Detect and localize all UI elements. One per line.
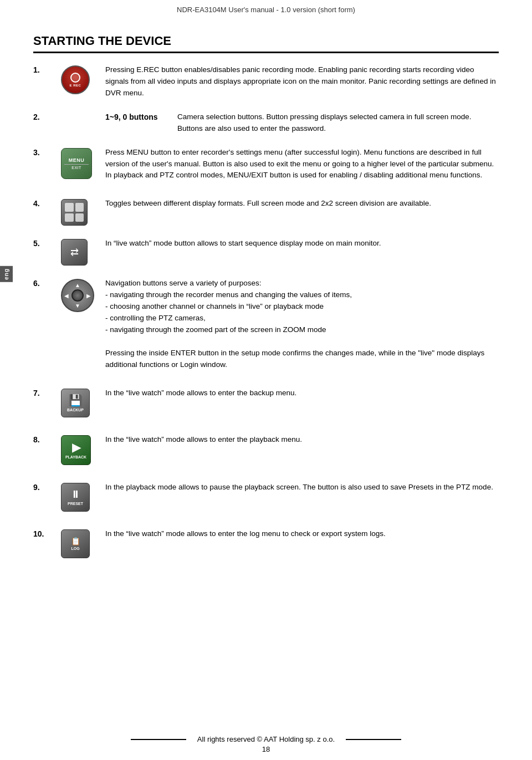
item-row-10: 10. 📋 LOG In the “live watch” mode allow… [33,528,499,558]
nav-line-3: - controlling the PTZ cameras, [105,314,206,322]
item-icon-5: ⇄ [61,238,105,266]
item-row-5: 5. ⇄ In “live watch” mode button allows … [33,238,499,266]
item-num-4: 4. [33,198,61,208]
nav-line-1: - navigating through the recorder menus … [105,290,352,299]
nav-up-arrow: ▲ [75,282,80,288]
title-rule [33,52,499,53]
item-icon-9: ⏸ PRESET [61,482,105,512]
exit-label: EXIT [71,166,81,170]
footer-rule-right [346,739,401,740]
item-row-4: 4. Toggles between different display for… [33,198,499,226]
page-number: 18 [0,745,532,753]
item-row-7: 7. 💾 BACKUP In the “live watch” mode all… [33,387,499,417]
item-icon-4 [61,198,105,226]
item-text-10: In the “live watch” mode allows to enter… [105,528,499,540]
section-title: STARTING THE DEVICE [33,34,499,48]
log-sym: 📋 [71,537,80,545]
backup-label: BACKUP [67,408,84,412]
page-header: NDR-EA3104M User's manual - 1.0 version … [0,0,532,17]
playback-sym: ▶ [72,441,80,454]
item-text-6: Navigation buttons serve a variety of pu… [105,278,499,370]
preset-label: PRESET [68,502,83,506]
item-num-8: 8. [33,434,61,444]
item-text-5: In “live watch” mode button allows to st… [105,238,499,249]
grid-cell-2 [75,203,84,212]
playback-icon: ▶ PLAYBACK [61,435,91,465]
nav-icon: ▲ ▼ ◀ ▶ [61,279,94,312]
nav-left-arrow: ◀ [64,293,69,299]
grid-cell-3 [65,213,74,222]
erec-inner [70,73,80,83]
item-text-3: Press MENU button to enter recorder's se… [105,147,499,182]
nav-enter-btn [71,289,84,302]
preset-sym: ⏸ [70,489,80,501]
erec-label: E REC [70,84,81,87]
backup-sym: 💾 [69,394,83,407]
item-text-8: In the “live watch” mode allows to enter… [105,434,499,446]
item-row-1: 1. E REC Pressing E.REC button enables/d… [33,64,499,99]
item-label-2: 1~9, 0 buttons [105,111,177,121]
menu-exit-icon: MENU EXIT [61,148,92,179]
backup-icon: 💾 BACKUP [61,389,90,417]
item-icon-1: E REC [61,64,105,94]
item-num-10: 10. [33,528,61,538]
footer-rule-left [131,739,186,740]
item-row-6: 6. ▲ ▼ ◀ ▶ Navigation buttons serve a va… [33,278,499,370]
nav-line-2: - choosing another channel or channels i… [105,302,324,310]
item-icon-8: ▶ PLAYBACK [61,434,105,465]
item-icon-6: ▲ ▼ ◀ ▶ [61,278,105,312]
erec-icon: E REC [61,65,90,94]
item-text-9: In the playback mode allows to pause the… [105,482,499,493]
item-text-2: Camera selection buttons. Button pressin… [177,111,499,135]
item-row-3: 3. MENU EXIT Press MENU button to enter … [33,147,499,182]
item-num-9: 9. [33,482,61,492]
log-icon: 📋 LOG [61,529,90,558]
menu-label: MENU [69,157,85,163]
eng-tab: eng [0,266,13,282]
item-icon-2 [61,111,105,113]
item-text-1: Pressing E.REC button enables/disables p… [105,64,499,99]
item-text-7: In the “live watch” mode allows to enter… [105,387,499,399]
playback-label: PLAYBACK [65,455,86,459]
grid-icon [61,199,88,226]
nav-down-arrow: ▼ [75,303,80,309]
item-row-8: 8. ▶ PLAYBACK In the “live watch” mode a… [33,434,499,465]
seq-arrows: ⇄ [70,246,79,258]
item-num-1: 1. [33,64,61,74]
footer-text: All rights reserved © AAT Holding sp. z … [197,735,335,743]
item-num-7: 7. [33,387,61,397]
item-row-9: 9. ⏸ PRESET In the playback mode allows … [33,482,499,512]
item-num-3: 3. [33,147,61,157]
item-icon-10: 📋 LOG [61,528,105,558]
page-footer: All rights reserved © AAT Holding sp. z … [0,735,532,743]
item-num-5: 5. [33,238,61,248]
nav-line-0: Navigation buttons serve a variety of pu… [105,279,261,287]
item-icon-3: MENU EXIT [61,147,105,179]
nav-line-5: Pressing the inside ENTER button in the … [105,349,484,369]
grid-cell-1 [65,203,74,212]
seq-icon: ⇄ [61,239,88,266]
item-row-2: 2. 1~9, 0 buttons Camera selection butto… [33,111,499,135]
grid-cell-4 [75,213,84,222]
nav-right-arrow: ▶ [86,293,91,299]
item-text-4: Toggles between different display format… [105,198,499,210]
item-num-6: 6. [33,278,61,288]
header-title: NDR-EA3104M User's manual - 1.0 version … [177,6,355,14]
item-num-2: 2. [33,111,61,121]
nav-line-4: - navigating through the zoomed part of … [105,325,326,334]
log-label: LOG [71,547,79,550]
item-icon-7: 💾 BACKUP [61,387,105,417]
preset-icon: ⏸ PRESET [61,483,90,512]
